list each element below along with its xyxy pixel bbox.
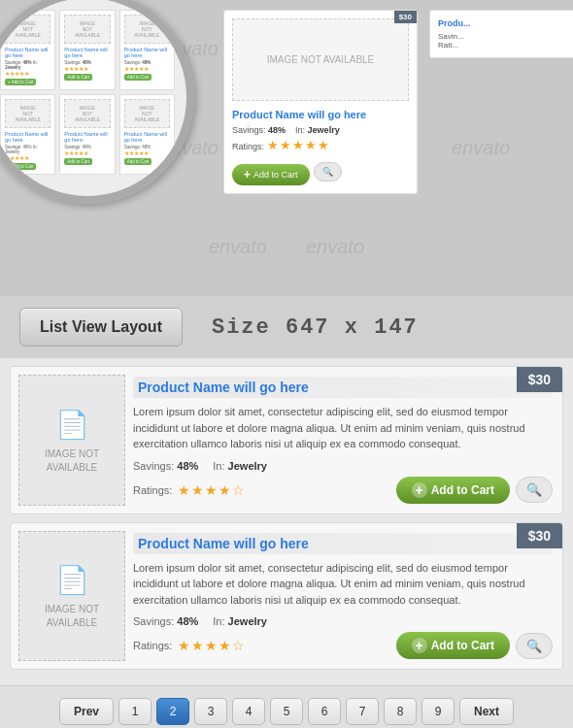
mini-add-btn[interactable]: Add to Cart xyxy=(124,158,152,165)
zoom-button-1[interactable]: 🔍 xyxy=(516,477,553,503)
mini-add-btn[interactable]: + Add to Cart xyxy=(5,79,36,85)
list-item-image-1: 📄 IMAGE NOT AVAILABLE xyxy=(18,375,125,506)
list-item-title-2: Product Name will go here xyxy=(133,533,553,554)
list-item-2: 📄 IMAGE NOT AVAILABLE Product Name will … xyxy=(10,522,563,671)
large-preview-image: IMAGE NOT AVAILABLE xyxy=(232,18,409,101)
mini-card: IMAGENOTAVAILABLE Product Name will go h… xyxy=(59,94,115,175)
page-button-5[interactable]: 5 xyxy=(270,698,303,725)
page-button-8[interactable]: 8 xyxy=(384,698,417,725)
mini-card-title: Product Name will go here xyxy=(64,131,110,143)
list-item-meta-2: Savings: 48% In: Jewelry xyxy=(133,615,553,627)
mini-card: IMAGENOTAVAILABLE Product Name will go h… xyxy=(0,94,55,175)
mini-card-image: IMAGENOTAVAILABLE xyxy=(64,99,110,128)
list-item-title-1: Product Name will go here xyxy=(133,377,553,398)
list-item-actions-1: Ratings: ★★★★☆ + Add to Cart 🔍 xyxy=(133,477,553,504)
list-item: 📄 IMAGE NOT AVAILABLE Product Name will … xyxy=(10,366,563,514)
label-section: List View Layout Size 647 x 147 xyxy=(0,296,573,358)
mini-card: IMAGENOTAVAILABLE Product Name will go h… xyxy=(0,10,55,90)
large-zoom-button[interactable]: 🔍 xyxy=(314,162,342,182)
next-button[interactable]: Next xyxy=(459,698,514,725)
list-item-image-2: 📄 IMAGE NOT AVAILABLE xyxy=(18,531,125,662)
list-item-description-2: Lorem ipsum dolor sit amet, consectetur … xyxy=(133,560,553,609)
mini-card: IMAGENOTAVAILABLE Product Name will go h… xyxy=(119,10,175,90)
mini-card-title: Product Name will go here xyxy=(5,131,51,143)
layout-label-button[interactable]: List View Layout xyxy=(19,308,183,347)
zoom-button-2[interactable]: 🔍 xyxy=(516,633,553,659)
plus-icon: + xyxy=(244,168,251,182)
mini-add-btn[interactable]: Add to Cart xyxy=(124,74,152,81)
mini-card-image: IMAGENOTAVAILABLE xyxy=(64,15,110,44)
stars-rating-2: ★★★★☆ xyxy=(178,638,246,653)
page-button-6[interactable]: 6 xyxy=(308,698,341,725)
page-button-7[interactable]: 7 xyxy=(346,698,379,725)
stars-display: ★★★★★ xyxy=(267,138,330,152)
price-badge: $30 xyxy=(394,11,417,23)
mini-card-title: Product Name will go here xyxy=(124,47,170,58)
size-label: Size 647 x 147 xyxy=(212,315,419,340)
mini-card-title: Product Name will go here xyxy=(124,131,170,143)
add-to-cart-button-1[interactable]: + Add to Cart xyxy=(396,477,510,504)
partial-title: Produ... xyxy=(438,18,573,28)
prev-button[interactable]: Prev xyxy=(59,698,114,725)
large-add-to-cart-button[interactable]: + Add to Cart xyxy=(232,164,310,185)
image-placeholder-icon-2: 📄 xyxy=(55,561,89,599)
stars-rating-1: ★★★★☆ xyxy=(178,482,246,498)
list-item-description-1: Lorem ipsum dolor sit amet, consectetur … xyxy=(133,404,553,452)
list-item-meta-1: Savings: 48% In: Jewelry xyxy=(133,460,553,472)
plus-circle-icon-2: + xyxy=(412,638,427,653)
mini-card-image: IMAGENOTAVAILABLE xyxy=(124,99,170,128)
mini-add-btn[interactable]: + Add to Cart xyxy=(5,163,36,170)
page-button-1[interactable]: 1 xyxy=(118,698,152,725)
add-to-cart-button-2[interactable]: + Add to Cart xyxy=(396,632,510,659)
mini-card: IMAGENOTAVAILABLE Product Name will go h… xyxy=(119,94,175,175)
large-preview-card: IMAGE NOT AVAILABLE Product Name will go… xyxy=(223,10,418,194)
mini-add-btn[interactable]: Add to Cart xyxy=(64,158,92,165)
top-preview-section: envatoenvatoenvato envatoenvatoenvato en… xyxy=(0,0,573,296)
mini-card-image: IMAGENOTAVAILABLE xyxy=(124,15,170,44)
magnifier: IMAGENOTAVAILABLE Product Name will go h… xyxy=(0,0,194,204)
mini-add-btn[interactable]: Add to Cart xyxy=(64,74,92,81)
list-item-actions-2: Ratings: ★★★★☆ + Add to Cart 🔍 xyxy=(133,632,553,659)
large-preview-card-2: Produ... Savin... Rati... xyxy=(429,10,573,58)
price-tag-2: $30 xyxy=(517,523,562,548)
page-button-4[interactable]: 4 xyxy=(232,698,265,725)
plus-circle-icon: + xyxy=(412,482,427,498)
price-tag-1: $30 xyxy=(517,367,562,392)
mini-card: IMAGENOTAVAILABLE Product Name will go h… xyxy=(59,10,115,90)
main-content: envatoenvatoenvato envatoenvatoenvato en… xyxy=(0,358,573,685)
page-button-3[interactable]: 3 xyxy=(194,698,227,725)
page-button-9[interactable]: 9 xyxy=(421,698,455,725)
pagination: Prev 1 2 3 4 5 6 7 8 9 Next xyxy=(0,685,573,728)
mini-card-title: Product Name will go here xyxy=(5,47,51,58)
image-placeholder-icon: 📄 xyxy=(55,406,89,444)
mini-card-image: IMAGENOTAVAILABLE xyxy=(5,99,51,128)
list-item-body-2: Product Name will go here Lorem ipsum do… xyxy=(133,523,562,670)
list-item-body-1: Product Name will go here Lorem ipsum do… xyxy=(133,367,562,513)
magnifier-handle xyxy=(161,203,194,204)
large-preview-title: Product Name will go here xyxy=(232,109,409,120)
mini-card-title: Product Name will go here xyxy=(64,47,110,58)
mini-card-image: IMAGENOTAVAILABLE xyxy=(5,15,51,44)
page-button-2[interactable]: 2 xyxy=(156,698,189,725)
